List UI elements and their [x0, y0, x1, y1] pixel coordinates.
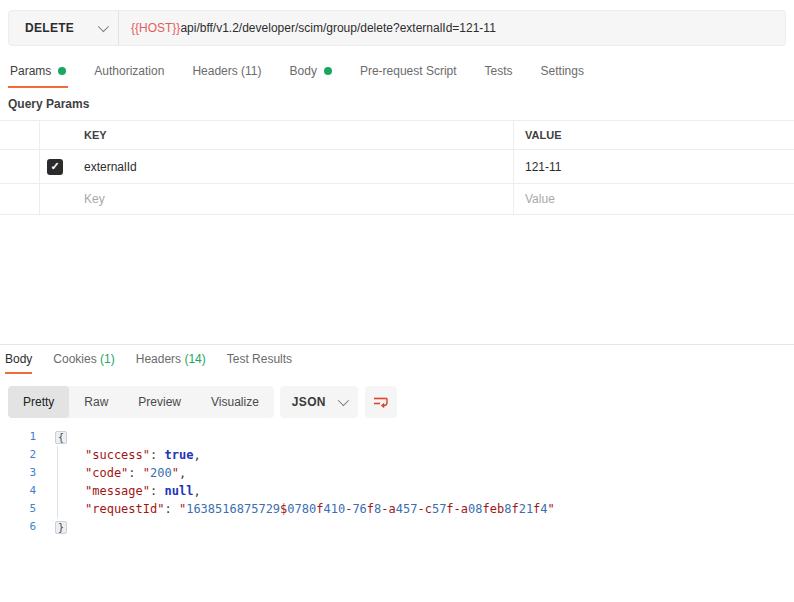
column-divider — [39, 121, 40, 215]
tab-label: Headers (11) — [192, 64, 261, 78]
column-divider — [513, 121, 514, 215]
chevron-down-icon — [98, 21, 109, 32]
key-input-placeholder[interactable]: Key — [84, 192, 105, 206]
wrap-text-button[interactable] — [365, 386, 397, 418]
line-number: 5 — [0, 500, 38, 518]
params-placeholder-row: Key Value — [0, 184, 794, 215]
section-divider — [0, 344, 794, 345]
request-tab-body[interactable]: Body — [290, 60, 332, 88]
request-tab-tests[interactable]: Tests — [485, 60, 513, 88]
params-table: KEY VALUE ✓externalId121-11 Key Value — [0, 120, 794, 215]
fold-toggle[interactable]: } — [55, 521, 67, 534]
code-line: 1{ — [0, 428, 794, 446]
response-tabs: BodyCookies (1)Headers (14)Test Results — [5, 352, 292, 374]
param-key-input[interactable]: externalId — [84, 160, 137, 174]
line-number: 6 — [0, 518, 38, 536]
line-number: 3 — [0, 464, 38, 482]
request-tab-headers-11[interactable]: Headers (11) — [192, 60, 261, 88]
tab-label: Pre-request Script — [360, 64, 457, 78]
tab-label: Authorization — [94, 64, 164, 78]
request-tabs: ParamsAuthorizationHeaders (11)BodyPre-r… — [10, 60, 584, 88]
response-tab-cookies[interactable]: Cookies (1) — [53, 352, 114, 374]
postman-request-view: DELETE {{HOST}}api/bff/v1.2/developer/sc… — [0, 0, 794, 602]
indent-guide — [57, 446, 58, 518]
tab-label: Headers — [136, 352, 181, 366]
fold-toggle[interactable]: { — [55, 431, 67, 444]
view-mode-group: PrettyRawPreviewVisualize — [8, 386, 274, 418]
request-tab-settings[interactable]: Settings — [541, 60, 584, 88]
response-view-bar: PrettyRawPreviewVisualize JSON — [8, 386, 397, 418]
request-tab-authorization[interactable]: Authorization — [94, 60, 164, 88]
url-env-variable: {{HOST}} — [131, 21, 180, 35]
request-tab-params[interactable]: Params — [10, 60, 66, 88]
green-dot-icon — [58, 67, 66, 75]
query-params-title: Query Params — [8, 97, 89, 111]
method-dropdown[interactable]: DELETE — [9, 11, 119, 45]
tab-label: Params — [10, 64, 51, 78]
code-line: 6} — [0, 518, 794, 536]
tab-label: Body — [290, 64, 317, 78]
request-tab-pre-request-script[interactable]: Pre-request Script — [360, 60, 457, 88]
key-column-header: KEY — [84, 129, 107, 141]
line-number: 4 — [0, 482, 38, 500]
params-table-header: KEY VALUE — [0, 121, 794, 150]
value-column-header: VALUE — [525, 129, 561, 141]
view-button-visualize[interactable]: Visualize — [196, 386, 274, 418]
wrap-text-icon — [372, 394, 389, 410]
line-number: 1 — [0, 428, 38, 446]
code-line: 2"success": true, — [0, 446, 794, 464]
url-path: api/bff/v1.2/developer/scim/group/delete… — [180, 21, 495, 35]
value-input-placeholder[interactable]: Value — [513, 192, 794, 206]
tab-count-badge: (14) — [181, 352, 206, 366]
tab-count-badge: (1) — [97, 352, 115, 366]
tab-label: Body — [5, 352, 32, 366]
format-label: JSON — [292, 395, 326, 409]
code-line: 4"message": null, — [0, 482, 794, 500]
green-dot-icon — [324, 67, 332, 75]
params-row: ✓externalId121-11 — [0, 150, 794, 184]
view-button-preview[interactable]: Preview — [123, 386, 196, 418]
response-tab-headers[interactable]: Headers (14) — [136, 352, 206, 374]
code-line: 3"code": "200", — [0, 464, 794, 482]
tab-label: Cookies — [53, 352, 96, 366]
view-button-pretty[interactable]: Pretty — [8, 386, 69, 418]
method-label: DELETE — [25, 21, 74, 35]
tab-label: Test Results — [227, 352, 292, 366]
tab-label: Tests — [485, 64, 513, 78]
line-number: 2 — [0, 446, 38, 464]
code-line: 5"requestId": "1638516875729$0780f410-76… — [0, 500, 794, 518]
response-body-json: 1{2"success": true,3"code": "200",4"mess… — [0, 428, 794, 536]
response-tab-body[interactable]: Body — [5, 352, 32, 374]
chevron-down-icon — [338, 395, 349, 406]
view-button-raw[interactable]: Raw — [69, 386, 123, 418]
url-input[interactable]: {{HOST}}api/bff/v1.2/developer/scim/grou… — [119, 11, 785, 45]
url-bar: DELETE {{HOST}}api/bff/v1.2/developer/sc… — [8, 10, 786, 46]
format-dropdown[interactable]: JSON — [280, 386, 358, 418]
param-enabled-checkbox[interactable]: ✓ — [47, 159, 63, 175]
response-tab-test-results[interactable]: Test Results — [227, 352, 292, 374]
tab-label: Settings — [541, 64, 584, 78]
param-value-input[interactable]: 121-11 — [513, 160, 794, 174]
